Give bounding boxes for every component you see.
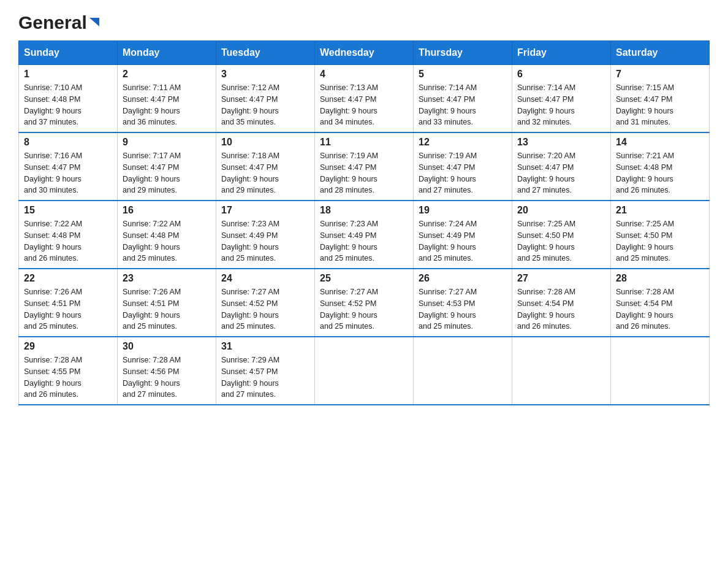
day-info: Sunrise: 7:26 AMSunset: 4:51 PMDaylight:… xyxy=(24,286,112,332)
calendar-week-row: 22Sunrise: 7:26 AMSunset: 4:51 PMDayligh… xyxy=(19,269,710,337)
day-info: Sunrise: 7:25 AMSunset: 4:50 PMDaylight:… xyxy=(616,218,704,264)
day-header-tuesday: Tuesday xyxy=(216,41,315,65)
day-header-monday: Monday xyxy=(118,41,216,65)
day-number: 23 xyxy=(123,273,211,284)
day-info: Sunrise: 7:24 AMSunset: 4:49 PMDaylight:… xyxy=(419,218,507,264)
day-info: Sunrise: 7:22 AMSunset: 4:48 PMDaylight:… xyxy=(24,218,112,264)
day-number: 22 xyxy=(24,273,112,284)
day-header-saturday: Saturday xyxy=(611,41,710,65)
day-number: 2 xyxy=(123,69,211,80)
calendar-week-row: 15Sunrise: 7:22 AMSunset: 4:48 PMDayligh… xyxy=(19,201,710,269)
calendar-cell: 13Sunrise: 7:20 AMSunset: 4:47 PMDayligh… xyxy=(512,132,611,201)
day-info: Sunrise: 7:17 AMSunset: 4:47 PMDaylight:… xyxy=(123,150,211,196)
day-number: 6 xyxy=(517,69,605,80)
day-info: Sunrise: 7:15 AMSunset: 4:47 PMDaylight:… xyxy=(616,82,704,128)
day-number: 19 xyxy=(419,205,507,216)
calendar-cell: 5Sunrise: 7:14 AMSunset: 4:47 PMDaylight… xyxy=(414,65,512,133)
day-number: 27 xyxy=(517,273,605,284)
day-number: 11 xyxy=(320,137,408,148)
day-info: Sunrise: 7:23 AMSunset: 4:49 PMDaylight:… xyxy=(221,218,309,264)
day-info: Sunrise: 7:19 AMSunset: 4:47 PMDaylight:… xyxy=(320,150,408,196)
day-info: Sunrise: 7:19 AMSunset: 4:47 PMDaylight:… xyxy=(419,150,507,196)
calendar-week-row: 1Sunrise: 7:10 AMSunset: 4:48 PMDaylight… xyxy=(19,65,710,133)
day-header-thursday: Thursday xyxy=(414,41,512,65)
calendar-cell xyxy=(315,337,414,405)
calendar-cell: 20Sunrise: 7:25 AMSunset: 4:50 PMDayligh… xyxy=(512,201,611,269)
calendar-cell: 7Sunrise: 7:15 AMSunset: 4:47 PMDaylight… xyxy=(611,65,710,133)
calendar-header-row: SundayMondayTuesdayWednesdayThursdayFrid… xyxy=(19,41,710,65)
calendar-cell: 2Sunrise: 7:11 AMSunset: 4:47 PMDaylight… xyxy=(118,65,216,133)
calendar-table: SundayMondayTuesdayWednesdayThursdayFrid… xyxy=(18,40,710,405)
day-number: 26 xyxy=(419,273,507,284)
day-number: 12 xyxy=(419,137,507,148)
day-number: 17 xyxy=(221,205,309,216)
page-header: General xyxy=(18,12,710,29)
logo: General xyxy=(18,12,102,29)
day-header-friday: Friday xyxy=(512,41,611,65)
day-number: 18 xyxy=(320,205,408,216)
day-info: Sunrise: 7:12 AMSunset: 4:47 PMDaylight:… xyxy=(221,82,309,128)
day-info: Sunrise: 7:20 AMSunset: 4:47 PMDaylight:… xyxy=(517,150,605,196)
day-header-wednesday: Wednesday xyxy=(315,41,414,65)
day-info: Sunrise: 7:28 AMSunset: 4:56 PMDaylight:… xyxy=(123,354,211,400)
day-info: Sunrise: 7:27 AMSunset: 4:53 PMDaylight:… xyxy=(419,286,507,332)
day-info: Sunrise: 7:23 AMSunset: 4:49 PMDaylight:… xyxy=(320,218,408,264)
calendar-cell: 12Sunrise: 7:19 AMSunset: 4:47 PMDayligh… xyxy=(414,132,512,201)
day-number: 16 xyxy=(123,205,211,216)
day-number: 24 xyxy=(221,273,309,284)
day-info: Sunrise: 7:14 AMSunset: 4:47 PMDaylight:… xyxy=(419,82,507,128)
calendar-cell: 28Sunrise: 7:28 AMSunset: 4:54 PMDayligh… xyxy=(611,269,710,337)
calendar-cell xyxy=(414,337,512,405)
day-info: Sunrise: 7:13 AMSunset: 4:47 PMDaylight:… xyxy=(320,82,408,128)
calendar-cell: 18Sunrise: 7:23 AMSunset: 4:49 PMDayligh… xyxy=(315,201,414,269)
day-info: Sunrise: 7:16 AMSunset: 4:47 PMDaylight:… xyxy=(24,150,112,196)
calendar-cell xyxy=(611,337,710,405)
calendar-cell: 21Sunrise: 7:25 AMSunset: 4:50 PMDayligh… xyxy=(611,201,710,269)
calendar-cell: 8Sunrise: 7:16 AMSunset: 4:47 PMDaylight… xyxy=(19,132,118,201)
day-number: 8 xyxy=(24,137,112,148)
calendar-cell: 15Sunrise: 7:22 AMSunset: 4:48 PMDayligh… xyxy=(19,201,118,269)
day-info: Sunrise: 7:27 AMSunset: 4:52 PMDaylight:… xyxy=(320,286,408,332)
day-number: 15 xyxy=(24,205,112,216)
logo-arrow-icon xyxy=(88,15,102,29)
day-info: Sunrise: 7:14 AMSunset: 4:47 PMDaylight:… xyxy=(517,82,605,128)
day-number: 4 xyxy=(320,69,408,80)
day-info: Sunrise: 7:18 AMSunset: 4:47 PMDaylight:… xyxy=(221,150,309,196)
calendar-cell: 11Sunrise: 7:19 AMSunset: 4:47 PMDayligh… xyxy=(315,132,414,201)
calendar-cell: 6Sunrise: 7:14 AMSunset: 4:47 PMDaylight… xyxy=(512,65,611,133)
day-number: 29 xyxy=(24,341,112,352)
day-info: Sunrise: 7:29 AMSunset: 4:57 PMDaylight:… xyxy=(221,354,309,400)
day-header-sunday: Sunday xyxy=(19,41,118,65)
calendar-cell: 25Sunrise: 7:27 AMSunset: 4:52 PMDayligh… xyxy=(315,269,414,337)
calendar-cell: 19Sunrise: 7:24 AMSunset: 4:49 PMDayligh… xyxy=(414,201,512,269)
day-number: 28 xyxy=(616,273,704,284)
day-number: 9 xyxy=(123,137,211,148)
day-info: Sunrise: 7:28 AMSunset: 4:54 PMDaylight:… xyxy=(517,286,605,332)
calendar-cell: 14Sunrise: 7:21 AMSunset: 4:48 PMDayligh… xyxy=(611,132,710,201)
calendar-cell: 1Sunrise: 7:10 AMSunset: 4:48 PMDaylight… xyxy=(19,65,118,133)
calendar-cell xyxy=(512,337,611,405)
day-number: 10 xyxy=(221,137,309,148)
day-info: Sunrise: 7:27 AMSunset: 4:52 PMDaylight:… xyxy=(221,286,309,332)
calendar-cell: 3Sunrise: 7:12 AMSunset: 4:47 PMDaylight… xyxy=(216,65,315,133)
calendar-cell: 26Sunrise: 7:27 AMSunset: 4:53 PMDayligh… xyxy=(414,269,512,337)
calendar-week-row: 29Sunrise: 7:28 AMSunset: 4:55 PMDayligh… xyxy=(19,337,710,405)
day-info: Sunrise: 7:11 AMSunset: 4:47 PMDaylight:… xyxy=(123,82,211,128)
day-number: 30 xyxy=(123,341,211,352)
calendar-cell: 29Sunrise: 7:28 AMSunset: 4:55 PMDayligh… xyxy=(19,337,118,405)
day-number: 25 xyxy=(320,273,408,284)
calendar-cell: 9Sunrise: 7:17 AMSunset: 4:47 PMDaylight… xyxy=(118,132,216,201)
day-number: 14 xyxy=(616,137,704,148)
calendar-cell: 31Sunrise: 7:29 AMSunset: 4:57 PMDayligh… xyxy=(216,337,315,405)
day-info: Sunrise: 7:21 AMSunset: 4:48 PMDaylight:… xyxy=(616,150,704,196)
day-number: 20 xyxy=(517,205,605,216)
day-number: 1 xyxy=(24,69,112,80)
day-number: 13 xyxy=(517,137,605,148)
calendar-cell: 4Sunrise: 7:13 AMSunset: 4:47 PMDaylight… xyxy=(315,65,414,133)
day-info: Sunrise: 7:25 AMSunset: 4:50 PMDaylight:… xyxy=(517,218,605,264)
day-number: 7 xyxy=(616,69,704,80)
logo-general-text: General xyxy=(18,12,102,33)
day-number: 31 xyxy=(221,341,309,352)
day-info: Sunrise: 7:10 AMSunset: 4:48 PMDaylight:… xyxy=(24,82,112,128)
day-number: 21 xyxy=(616,205,704,216)
